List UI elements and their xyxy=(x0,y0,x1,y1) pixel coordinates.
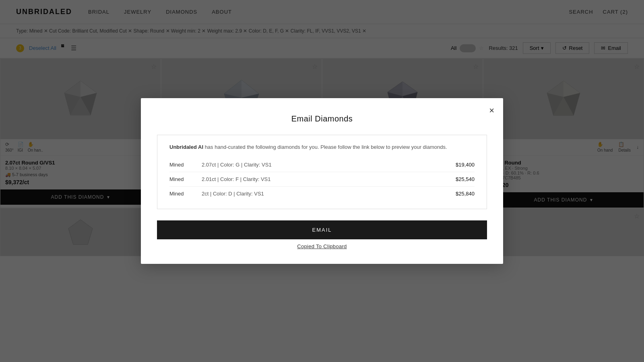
intro-paragraph: Unbridaled AI has hand-curated the follo… xyxy=(169,143,475,151)
diamond-list-item-2: Mined 2.01ct | Color: F | Clarity: VS1 $… xyxy=(169,172,475,186)
diamond-price-1: $19,400 xyxy=(456,162,475,168)
diamond-type-2: Mined xyxy=(169,176,202,182)
diamond-list-item-1: Mined 2.07ct | Color: G | Clarity: VS1 $… xyxy=(169,158,475,172)
intro-text: has hand-curated the following diamonds … xyxy=(203,144,447,150)
modal-close-button[interactable]: × xyxy=(489,105,494,116)
brand-name: Unbridaled AI xyxy=(169,144,203,150)
diamond-specs-2: 2.01ct | Color: F | Clarity: VS1 xyxy=(202,176,456,182)
diamond-price-2: $25,540 xyxy=(456,176,475,182)
email-action-button[interactable]: EMAIL xyxy=(157,220,487,239)
diamond-specs-3: 2ct | Color: D | Clarity: VS1 xyxy=(202,191,456,197)
copied-to-clipboard-label[interactable]: Copied To Clipboard xyxy=(157,243,487,249)
modal-title: Email Diamonds xyxy=(157,114,487,123)
diamond-type-3: Mined xyxy=(169,191,202,197)
diamond-type-1: Mined xyxy=(169,162,202,168)
diamond-price-3: $25,840 xyxy=(456,191,475,197)
modal-overlay: × Email Diamonds Unbridaled AI has hand-… xyxy=(0,0,644,362)
email-modal: × Email Diamonds Unbridaled AI has hand-… xyxy=(141,98,503,264)
diamond-list-box: Unbridaled AI has hand-curated the follo… xyxy=(157,135,487,209)
diamond-specs-1: 2.07ct | Color: G | Clarity: VS1 xyxy=(202,162,456,168)
diamond-list-item-3: Mined 2ct | Color: D | Clarity: VS1 $25,… xyxy=(169,186,475,201)
